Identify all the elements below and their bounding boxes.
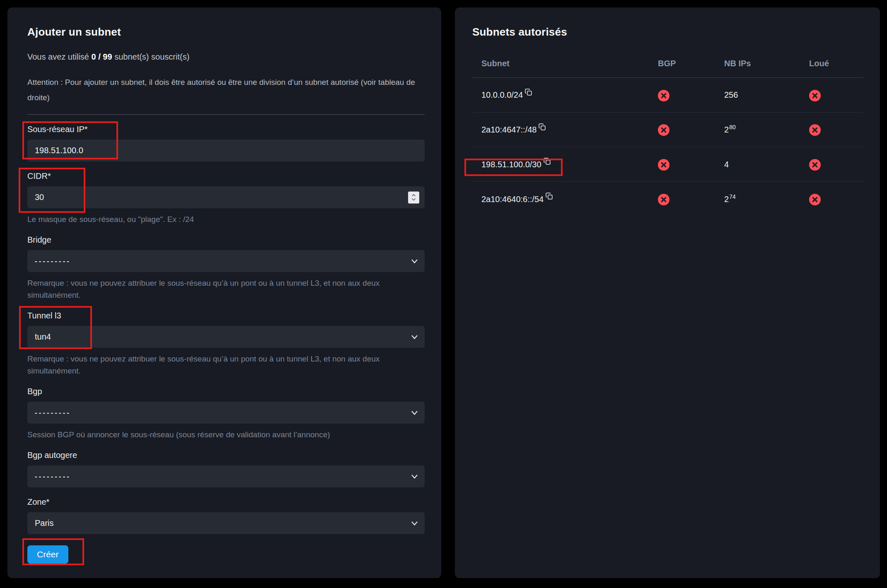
loue-denied-icon xyxy=(809,194,821,205)
subnet-value: 2a10:4640:6::/54 xyxy=(481,193,544,205)
chevron-down-icon xyxy=(411,521,418,526)
subnet-value: 2a10:4647::/48 xyxy=(481,123,537,136)
subnet-ip-input[interactable] xyxy=(27,140,425,161)
add-subnet-panel: Ajouter un subnet Vous avez utilisé 0 / … xyxy=(7,7,441,578)
field-tunnel-l3: Tunnel l3 tun4 Remarque : vous ne pouvez… xyxy=(27,310,425,377)
select-value: tun4 xyxy=(35,332,51,342)
bgp-denied-icon xyxy=(658,159,669,171)
copy-icon[interactable] xyxy=(543,157,551,165)
bgp-select[interactable]: --------- xyxy=(27,402,425,424)
form-divider xyxy=(27,114,425,115)
field-label: Bgp autogere xyxy=(27,450,425,460)
chevron-down-icon xyxy=(411,410,418,415)
field-bgp: Bgp --------- Session BGP où annoncer le… xyxy=(27,386,425,441)
nb-ips-cell: 274 xyxy=(715,182,800,216)
tunnel-l3-select[interactable]: tun4 xyxy=(27,326,425,348)
chevron-down-icon xyxy=(411,335,418,340)
field-zone: Zone* Paris xyxy=(27,496,425,534)
table-row: 10.0.0.0/24 256 xyxy=(472,78,863,113)
nb-ips-cell: 4 xyxy=(715,147,800,182)
loue-denied-icon xyxy=(809,124,821,136)
subnet-cell: 2a10:4647::/48 xyxy=(481,123,546,136)
field-subnet-ip: Sous-réseau IP* xyxy=(27,124,425,161)
column-header-bgp: BGP xyxy=(649,38,715,78)
chevron-down-icon xyxy=(411,259,418,264)
subnet-usage-text: Vous avez utilisé 0 / 99 subnet(s) sousc… xyxy=(27,51,425,62)
field-cidr: CIDR* Le masque de sous-réseau, ou "plag… xyxy=(27,171,425,225)
bgp-denied-icon xyxy=(658,90,669,101)
authorized-subnets-panel: Subnets autorisés SubnetBGPNB IPsLoué 10… xyxy=(455,7,880,578)
field-label: Zone* xyxy=(27,496,425,507)
field-help: Remarque : vous ne pouvez attribuer le s… xyxy=(27,277,425,301)
subnet-cell: 2a10:4640:6::/54 xyxy=(481,193,553,205)
subnet-value: 10.0.0.0/24 xyxy=(481,89,523,101)
cidr-number-input-wrap xyxy=(27,186,425,208)
authorized-subnets-title: Subnets autorisés xyxy=(472,26,863,38)
create-button[interactable]: Créer xyxy=(27,545,68,564)
text-input-wrap xyxy=(27,140,425,161)
field-help: Session BGP où annoncer le sous-réseau (… xyxy=(27,429,425,441)
chevron-down-icon xyxy=(411,474,418,479)
table-row: 2a10:4640:6::/54 274 xyxy=(472,182,863,216)
copy-icon[interactable] xyxy=(524,88,532,96)
usage-suffix: subnet(s) souscrit(s) xyxy=(114,52,189,61)
select-value: --------- xyxy=(35,257,71,265)
usage-count: 0 / 99 xyxy=(92,52,112,61)
subnet-value: 198.51.100.0/30 xyxy=(481,158,541,171)
number-spinner[interactable] xyxy=(408,191,419,203)
bgp-denied-icon xyxy=(658,124,669,136)
loue-denied-icon xyxy=(809,90,821,101)
copy-icon[interactable] xyxy=(538,123,546,131)
column-header-subnet: Subnet xyxy=(472,38,649,78)
field-bgp-autogere: Bgp autogere --------- xyxy=(27,450,425,487)
bgp-autogere-select[interactable]: --------- xyxy=(27,465,425,487)
spinner-down-icon[interactable] xyxy=(411,198,416,201)
table-header-row: SubnetBGPNB IPsLoué xyxy=(472,38,863,78)
nb-ips-cell: 280 xyxy=(715,112,800,147)
table-row: 2a10:4647::/48 280 xyxy=(472,112,863,147)
bgp-denied-icon xyxy=(658,194,669,205)
field-label: CIDR* xyxy=(27,171,425,181)
select-value: Paris xyxy=(35,518,54,528)
usage-prefix: Vous avez utilisé xyxy=(27,52,89,61)
cidr-input[interactable] xyxy=(27,186,425,208)
column-header-loué: Loué xyxy=(800,38,863,78)
subnet-cell: 10.0.0.0/24 xyxy=(481,89,532,101)
add-subnet-form: Sous-réseau IP* CIDR* Le masque de sous-… xyxy=(27,124,425,534)
field-label: Sous-réseau IP* xyxy=(27,124,425,135)
select-value: --------- xyxy=(35,409,71,417)
nb-ips-cell: 256 xyxy=(715,78,800,113)
zone-select[interactable]: Paris xyxy=(27,512,425,534)
loue-denied-icon xyxy=(809,159,821,171)
bridge-select[interactable]: --------- xyxy=(27,250,425,272)
warning-text: Attention : Pour ajouter un subnet, il d… xyxy=(27,75,425,105)
subnet-cell: 198.51.100.0/30 xyxy=(481,158,551,171)
column-header-nb-ips: NB IPs xyxy=(715,38,800,78)
spinner-up-icon[interactable] xyxy=(411,194,416,197)
field-label: Tunnel l3 xyxy=(27,310,425,321)
copy-icon[interactable] xyxy=(545,192,553,200)
field-bridge: Bridge --------- Remarque : vous ne pouv… xyxy=(27,234,425,301)
table-row: 198.51.100.0/30 4 xyxy=(472,147,863,182)
authorized-subnets-table: SubnetBGPNB IPsLoué 10.0.0.0/24 256 xyxy=(472,38,863,216)
add-subnet-title: Ajouter un subnet xyxy=(27,26,425,38)
field-help: Le masque de sous-réseau, ou "plage". Ex… xyxy=(27,213,425,225)
field-help: Remarque : vous ne pouvez attribuer le s… xyxy=(27,353,425,377)
field-label: Bgp xyxy=(27,386,425,397)
select-value: --------- xyxy=(35,472,71,481)
field-label: Bridge xyxy=(27,234,425,245)
